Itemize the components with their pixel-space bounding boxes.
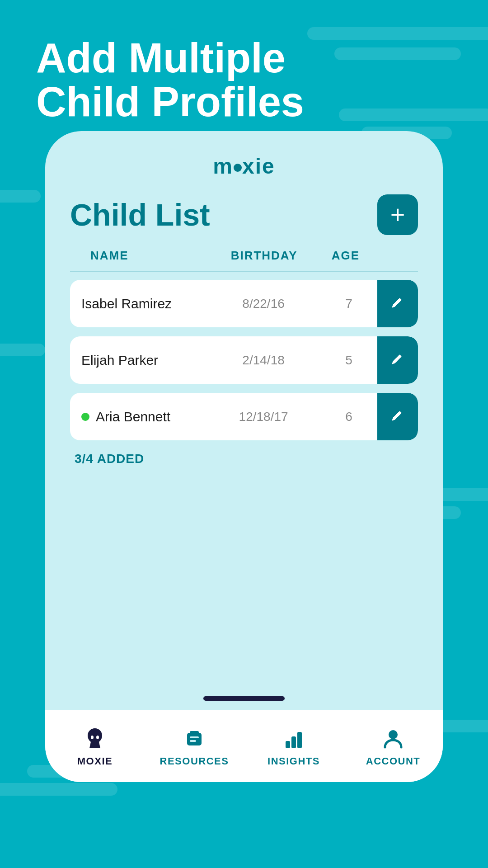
insights-nav-icon (280, 726, 307, 753)
child-row: Aria Bennett12/18/176 (70, 393, 418, 440)
child-age: 6 (320, 410, 377, 424)
child-age: 5 (320, 353, 377, 368)
page-hero-title: Add Multiple Child Profiles (36, 36, 304, 123)
bg-stripe-5 (0, 190, 41, 203)
svg-point-1 (96, 736, 99, 739)
plus-icon: + (390, 202, 405, 227)
phone-mockup: mxie Child List + NAME BIRTHDAY AGE Isab… (45, 131, 443, 782)
svg-point-9 (389, 730, 398, 739)
child-row: Elijah Parker2/14/185 (70, 336, 418, 384)
moxie-nav-icon (81, 726, 108, 753)
hero-title-line2: Child Profiles (36, 80, 304, 124)
nav-item-resources[interactable]: RESOURCES (158, 726, 230, 767)
add-child-button[interactable]: + (377, 194, 418, 235)
nav-label-insights: INSIGHTS (267, 755, 320, 767)
child-row-data: Elijah Parker2/14/185 (70, 353, 377, 368)
nav-item-insights[interactable]: INSIGHTS (258, 726, 330, 767)
logo-dot (234, 164, 242, 172)
added-counter: 3/4 ADDED (75, 452, 418, 466)
edit-child-button[interactable] (377, 336, 418, 384)
child-birthday: 2/14/18 (206, 353, 320, 368)
active-dot (81, 413, 89, 421)
hero-title-line1: Add Multiple (36, 36, 304, 80)
nav-item-moxie[interactable]: MOXIE (59, 726, 131, 767)
bg-stripe-2 (334, 47, 461, 60)
nav-label-resources: RESOURCES (160, 755, 229, 767)
nav-item-account[interactable]: ACCOUNT (357, 726, 429, 767)
svg-rect-3 (190, 731, 199, 735)
child-list-header: Child List + (70, 194, 418, 235)
edit-child-button[interactable] (377, 393, 418, 440)
child-name: Isabel Ramirez (81, 296, 206, 311)
table-header: NAME BIRTHDAY AGE (70, 249, 418, 272)
edit-child-button[interactable] (377, 280, 418, 327)
resources-nav-icon (181, 726, 208, 753)
col-header-name: NAME (90, 249, 129, 262)
bg-stripe-6 (0, 344, 45, 356)
child-name: Elijah Parker (81, 353, 206, 368)
account-nav-icon (380, 726, 407, 753)
logo-text: mxie (213, 154, 275, 178)
scroll-indicator (45, 689, 443, 710)
child-list-title: Child List (70, 197, 210, 232)
col-header-age: AGE (332, 249, 360, 262)
child-name: Aria Bennett (81, 409, 206, 425)
col-header-birthday: BIRTHDAY (231, 249, 298, 262)
svg-rect-4 (190, 736, 199, 738)
svg-rect-8 (297, 732, 302, 748)
pencil-icon (390, 297, 405, 311)
app-logo: mxie (70, 154, 418, 179)
bg-stripe-3 (339, 108, 488, 121)
svg-point-0 (91, 736, 94, 739)
nav-label-moxie: MOXIE (77, 755, 113, 767)
bottom-nav: MOXIE RESOURCES (45, 710, 443, 782)
child-row: Isabel Ramirez8/22/167 (70, 280, 418, 327)
svg-rect-2 (187, 733, 202, 745)
svg-rect-5 (190, 740, 196, 742)
bg-stripe-1 (307, 27, 488, 40)
child-birthday: 8/22/16 (206, 297, 320, 311)
scroll-pill (203, 696, 285, 701)
phone-content: mxie Child List + NAME BIRTHDAY AGE Isab… (45, 131, 443, 689)
child-row-data: Isabel Ramirez8/22/167 (70, 296, 377, 311)
nav-label-account: ACCOUNT (366, 755, 421, 767)
child-list: Isabel Ramirez8/22/167 Elijah Parker2/14… (70, 280, 418, 440)
bg-stripe-9 (0, 783, 117, 796)
child-row-data: Aria Bennett12/18/176 (70, 409, 377, 425)
child-birthday: 12/18/17 (206, 410, 320, 424)
pencil-icon (390, 410, 405, 424)
svg-rect-6 (286, 741, 290, 748)
child-age: 7 (320, 297, 377, 311)
svg-rect-7 (291, 736, 296, 748)
pencil-icon (390, 353, 405, 368)
